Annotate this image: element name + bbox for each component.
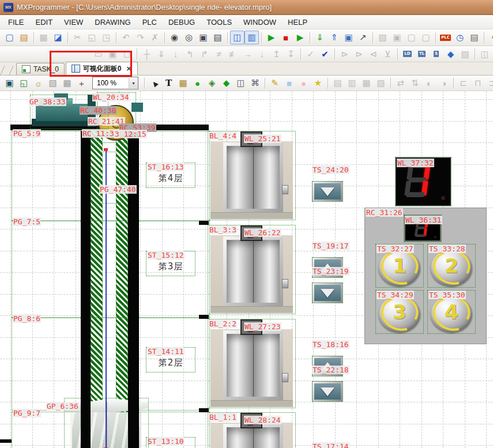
hall-down-button[interactable] <box>312 381 343 402</box>
object-label-st: ST_15:12 <box>147 251 185 259</box>
validate-all-icon[interactable]: ✔ <box>318 47 332 61</box>
door-leaf-right <box>253 240 280 303</box>
zoom-fit-icon[interactable]: + <box>74 76 89 90</box>
elevator-door-BL_2:2[interactable]: BL_2:2WL_27:23 <box>208 319 296 408</box>
round-button[interactable]: 4 <box>431 296 472 332</box>
floor-text-box[interactable]: ST_13:10第1层 <box>146 437 195 448</box>
rope-top-marker <box>104 148 108 151</box>
elevator-door-BL_4:4[interactable]: BL_4:4WL_25:21 <box>208 131 296 220</box>
floor-text-box[interactable]: ST_16:13第4层 <box>146 163 195 188</box>
bookmark-prev-icon: ⊲ <box>366 47 381 61</box>
hall-down-button[interactable] <box>312 283 343 303</box>
door-leaf-left <box>227 146 253 209</box>
car-operating-panel[interactable]: TS_32:271TS_33:282TS_34:293TS_35:304 <box>364 208 487 344</box>
3d-part-tool-icon[interactable]: ◈ <box>205 76 219 90</box>
navigate-icon[interactable]: ◆ <box>443 47 458 61</box>
star-tool-icon[interactable]: ★ <box>311 76 325 90</box>
door-leaves <box>227 240 280 303</box>
car-call-button-1[interactable]: TS_32:271 <box>375 244 424 288</box>
til-editor-icon[interactable]: TL <box>415 47 429 61</box>
new-file-icon[interactable]: ▢ <box>2 31 17 44</box>
project-window-icon[interactable]: ◫ <box>230 31 244 44</box>
menu-file[interactable]: FILE <box>2 16 29 29</box>
round-button[interactable]: 1 <box>379 250 420 286</box>
panel-manager-icon[interactable]: ◱ <box>17 76 31 90</box>
hoist-rope[interactable] <box>106 150 107 448</box>
download-to-plc-icon[interactable]: ⇓ <box>313 31 327 44</box>
object-label-hall-button: TS_23:19 <box>312 267 349 276</box>
run-step-icon[interactable]: ▶ <box>293 31 307 44</box>
bookmark-toggle-icon: ⊳ <box>337 47 352 61</box>
button-number: 2 <box>431 254 472 277</box>
plc-time-icon[interactable]: ◷ <box>453 31 467 44</box>
door-leaves <box>227 427 280 448</box>
car-call-button-2[interactable]: TS_33:282 <box>427 244 476 288</box>
run-icon[interactable]: ▶ <box>264 31 279 44</box>
door-frame <box>223 330 283 400</box>
find-in-files-icon[interactable]: ◎ <box>182 31 196 44</box>
zoom-combo[interactable]: 100 %▼ <box>92 77 138 89</box>
stop-icon[interactable]: ■ <box>279 31 293 44</box>
plc-settings-icon[interactable]: PLC <box>438 31 453 44</box>
image-tool-icon[interactable]: ▦ <box>176 76 190 90</box>
align-center-icon: ⊓ <box>471 76 485 90</box>
print-icon[interactable]: ▤ <box>210 31 225 44</box>
menu-drawing[interactable]: DRAWING <box>89 16 136 29</box>
pen-tool-icon[interactable]: ✎ <box>268 76 282 90</box>
polygon-tool-icon[interactable]: ◆ <box>219 76 234 90</box>
menu-edit[interactable]: EDIT <box>29 16 58 29</box>
connect-icon[interactable]: ϟ <box>487 31 493 44</box>
tab-可视化面板0[interactable]: 可视化面板0× <box>66 62 138 75</box>
object-label-door: BL_1:1 <box>209 413 237 421</box>
window-split-icon: ◫ <box>477 47 492 61</box>
menu-debug[interactable]: DEBUG <box>163 16 201 29</box>
elevator-door-BL_1:1[interactable]: BL_1:1WL_28:24 <box>208 412 296 448</box>
undo-icon: ↶ <box>119 31 133 44</box>
round-button[interactable]: 3 <box>379 296 420 332</box>
menu-plc[interactable]: PLC <box>137 16 163 29</box>
flowchart-tool-icon[interactable]: ⌘ <box>248 76 262 90</box>
toolbar-separator <box>390 78 391 89</box>
hall-button-TS_22:18: TS_22:18 <box>312 364 347 402</box>
monitor-mode-icon[interactable]: ▣ <box>341 31 356 44</box>
indicator-tool-icon[interactable]: ● <box>190 76 205 90</box>
zoom-dropdown-arrow[interactable]: ▼ <box>129 78 138 88</box>
screen-preview-icon[interactable]: ▣ <box>2 76 17 90</box>
ellipse-tool-icon[interactable]: ● <box>296 76 311 90</box>
find-icon[interactable]: ◉ <box>167 31 182 44</box>
print-preview-icon[interactable]: ▣ <box>196 31 210 44</box>
menu-view[interactable]: VIEW <box>58 16 89 29</box>
car-call-button-4[interactable]: TS_35:304 <box>427 290 476 334</box>
car-call-button-3[interactable]: TS_34:293 <box>375 290 424 334</box>
menu-window[interactable]: WINDOW <box>238 16 282 29</box>
select-area-icon[interactable]: ▧ <box>46 76 60 90</box>
segment-d <box>248 331 253 333</box>
grid-toggle-icon[interactable]: ▦ <box>60 76 74 90</box>
guide-rail-left[interactable] <box>81 131 91 448</box>
menu-tools[interactable]: TOOLS <box>201 16 238 29</box>
save-all-icon[interactable]: ◪ <box>51 31 65 44</box>
scl-editor-icon[interactable]: S <box>429 47 443 61</box>
device-log-icon[interactable]: ▤ <box>467 31 481 44</box>
floor-text-box[interactable]: ST_14:11第2层 <box>146 347 195 372</box>
tab-TASK_0[interactable]: TASK_0 <box>16 63 65 75</box>
hall-down-button[interactable] <box>312 181 343 202</box>
ld-editor-icon[interactable]: LD <box>400 47 415 61</box>
upload-from-plc-icon[interactable]: ⇑ <box>327 31 341 44</box>
design-canvas[interactable]: PG_47:40 GP_6:36 WL_37:32 TS_32:271TS_ <box>0 91 493 448</box>
door-leaf-left <box>227 334 253 397</box>
tab-close-icon[interactable]: × <box>126 65 132 73</box>
open-project-icon[interactable]: ▤ <box>17 31 31 44</box>
elevator-door-BL_3:3[interactable]: BL_3:3WL_26:22 <box>208 225 296 314</box>
line-down-bend-icon: ↧ <box>284 47 298 61</box>
window-tool-icon[interactable]: ◫ <box>234 76 248 90</box>
probe-icon[interactable]: ↗ <box>356 31 370 44</box>
project-manage-icon[interactable]: ☼ <box>31 76 46 90</box>
object-label: 3_12:15 <box>114 130 147 138</box>
rect-tool-icon[interactable]: ■ <box>282 76 296 90</box>
output-window-icon[interactable]: ▥ <box>244 31 259 44</box>
floor-text-box[interactable]: ST_15:12第3层 <box>146 251 195 276</box>
guide-rail-right[interactable] <box>128 131 139 448</box>
menu-help[interactable]: HELP <box>282 16 313 29</box>
round-button[interactable]: 2 <box>431 250 472 286</box>
